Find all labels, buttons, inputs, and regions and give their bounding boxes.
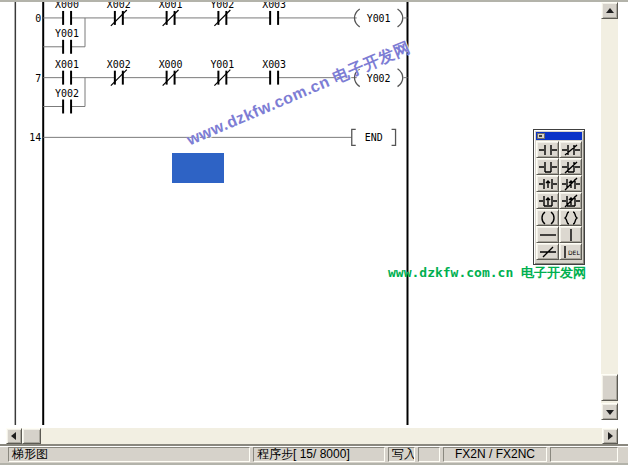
ladder-symbol-palette: DEL bbox=[533, 129, 585, 265]
parallel-closed-contact-icon bbox=[561, 160, 581, 174]
status-program-steps: 程序步[ 15/ 8000] bbox=[253, 447, 385, 462]
parallel-rising-pulse-contact-icon bbox=[538, 194, 558, 208]
svg-text:DEL: DEL bbox=[568, 249, 580, 256]
no-contact[interactable]: X003 bbox=[262, 2, 286, 25]
nc-contact[interactable]: X000 bbox=[159, 59, 183, 86]
ladder-rung[interactable]: X000X002X001Y002X003Y001Y0010 bbox=[35, 2, 407, 54]
vertical-scrollbar[interactable] bbox=[601, 2, 618, 420]
svg-text:END: END bbox=[365, 132, 383, 143]
scroll-down-button[interactable] bbox=[601, 403, 618, 420]
horizontal-scroll-thumb[interactable] bbox=[22, 428, 41, 444]
no-contact[interactable]: X001 bbox=[55, 59, 79, 85]
application-instruction-icon bbox=[561, 211, 581, 225]
ladder-rung[interactable]: X001X002X000Y001X003Y002Y0027 bbox=[35, 59, 407, 114]
palette-titlebar[interactable] bbox=[536, 132, 582, 140]
svg-text:X000: X000 bbox=[55, 2, 79, 10]
output-coil[interactable]: Y002 bbox=[354, 69, 402, 87]
status-mode: 梯形图 bbox=[8, 447, 250, 462]
nc-contact[interactable]: X002 bbox=[107, 2, 131, 26]
svg-text:Y002: Y002 bbox=[210, 2, 234, 10]
parallel-open-contact-button[interactable] bbox=[536, 158, 559, 175]
nc-contact[interactable]: X002 bbox=[107, 59, 131, 86]
no-contact[interactable]: Y001 bbox=[55, 28, 79, 54]
rising-pulse-contact-icon bbox=[538, 177, 558, 191]
svg-text:X001: X001 bbox=[159, 2, 183, 10]
open-contact-button[interactable] bbox=[536, 141, 559, 158]
closed-contact-button[interactable] bbox=[559, 141, 582, 158]
vertical-line-button[interactable] bbox=[559, 226, 582, 243]
arrow-left-icon bbox=[11, 432, 16, 440]
scroll-right-button[interactable] bbox=[602, 428, 618, 444]
edit-cursor bbox=[172, 153, 224, 183]
svg-text:0: 0 bbox=[35, 13, 41, 24]
delete-vertical-line-icon: DEL bbox=[561, 245, 581, 259]
horizontal-line-button[interactable] bbox=[536, 226, 559, 243]
parallel-open-contact-icon bbox=[538, 160, 558, 174]
svg-text:7: 7 bbox=[35, 73, 41, 84]
coil-button[interactable] bbox=[536, 209, 559, 226]
status-empty-segment-2 bbox=[550, 447, 618, 462]
svg-text:X000: X000 bbox=[159, 59, 183, 70]
closed-contact-icon bbox=[561, 143, 581, 157]
coil-icon bbox=[538, 211, 558, 225]
svg-text:Y002: Y002 bbox=[55, 88, 79, 99]
arrow-right-icon bbox=[608, 432, 613, 440]
output-coil[interactable]: Y001 bbox=[354, 9, 402, 27]
no-contact[interactable]: X003 bbox=[262, 59, 286, 85]
delete-line-button[interactable] bbox=[536, 243, 559, 260]
scroll-left-button[interactable] bbox=[6, 428, 22, 444]
svg-text:X003: X003 bbox=[262, 2, 286, 10]
nc-contact[interactable]: Y001 bbox=[210, 59, 234, 86]
svg-text:X001: X001 bbox=[55, 59, 79, 70]
delete-vertical-line-button[interactable]: DEL bbox=[559, 243, 582, 260]
delete-line-icon bbox=[538, 245, 558, 259]
status-bar: 梯形图 程序步[ 15/ 8000] 写入 FX2N / FX2NC bbox=[0, 447, 628, 463]
gx-developer-window: X000X002X001Y002X003Y001Y0010X001X002X00… bbox=[0, 0, 628, 465]
svg-text:X002: X002 bbox=[107, 59, 131, 70]
status-empty-segment bbox=[418, 447, 440, 462]
status-plc-type: FX2N / FX2NC bbox=[443, 447, 547, 462]
horizontal-scrollbar[interactable] bbox=[6, 428, 618, 444]
ladder-canvas[interactable]: X000X002X001Y002X003Y001Y0010X001X002X00… bbox=[0, 2, 600, 428]
parallel-falling-pulse-contact-icon bbox=[561, 194, 581, 208]
nc-contact[interactable]: Y002 bbox=[210, 2, 234, 26]
falling-pulse-contact-button[interactable] bbox=[559, 175, 582, 192]
status-write-mode: 写入 bbox=[388, 447, 415, 462]
no-contact[interactable]: Y002 bbox=[55, 88, 79, 114]
vertical-line-icon bbox=[561, 228, 581, 242]
svg-text:Y002: Y002 bbox=[367, 73, 391, 84]
scroll-up-button[interactable] bbox=[601, 2, 618, 19]
horizontal-line-icon bbox=[538, 228, 558, 242]
end-rung[interactable]: END14 bbox=[29, 129, 395, 145]
rising-pulse-contact-button[interactable] bbox=[536, 175, 559, 192]
svg-text:X002: X002 bbox=[107, 2, 131, 10]
palette-button-grid: DEL bbox=[536, 141, 582, 260]
arrow-down-icon bbox=[606, 410, 614, 415]
parallel-falling-pulse-contact-button[interactable] bbox=[559, 192, 582, 209]
svg-text:Y001: Y001 bbox=[367, 13, 391, 24]
parallel-rising-pulse-contact-button[interactable] bbox=[536, 192, 559, 209]
nc-contact[interactable]: X001 bbox=[159, 2, 183, 26]
arrow-up-icon bbox=[606, 8, 614, 13]
no-contact[interactable]: X000 bbox=[55, 2, 79, 25]
falling-pulse-contact-icon bbox=[561, 177, 581, 191]
svg-text:Y001: Y001 bbox=[210, 59, 234, 70]
application-instruction-button[interactable] bbox=[559, 209, 582, 226]
svg-text:Y001: Y001 bbox=[55, 28, 79, 39]
vertical-scroll-thumb[interactable] bbox=[601, 374, 618, 401]
svg-text:14: 14 bbox=[29, 132, 41, 143]
open-contact-icon bbox=[538, 143, 558, 157]
ladder-editor[interactable]: X000X002X001Y002X003Y001Y0010X001X002X00… bbox=[0, 2, 600, 428]
svg-text:X003: X003 bbox=[262, 59, 286, 70]
parallel-closed-contact-button[interactable] bbox=[559, 158, 582, 175]
palette-system-button[interactable] bbox=[537, 133, 545, 139]
